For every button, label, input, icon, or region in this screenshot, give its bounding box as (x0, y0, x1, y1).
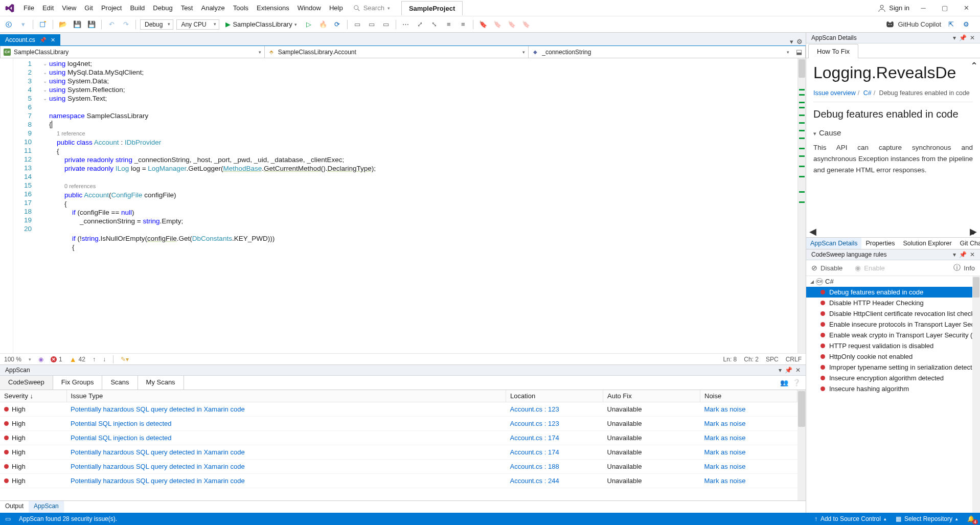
rule-item[interactable]: Disable HTTP Header Checking (806, 298, 980, 308)
result-row[interactable]: High Potentially hazardous SQL query det… (0, 474, 797, 488)
info-button[interactable]: ⓘInfo (953, 263, 975, 272)
appscan-tab-codesweep[interactable]: CodeSweep (0, 376, 53, 390)
suggestions-icon[interactable]: ◉ (38, 356, 43, 363)
config-dropdown[interactable]: Debug (140, 19, 173, 30)
platform-dropdown[interactable]: Any CPU (176, 19, 219, 30)
code-content[interactable]: using log4net;using MySql.Data.MySqlClie… (49, 58, 797, 353)
nav-class-dropdown[interactable]: ⬘ SampleClassLibrary.Account (264, 46, 529, 58)
location-link[interactable]: Account.cs : 188 (510, 463, 559, 470)
footer-tab-appscan[interactable]: AppScan (29, 501, 64, 513)
result-row[interactable]: High Potential SQL injection is detected… (0, 431, 797, 445)
menu-analyze[interactable]: Analyze (197, 2, 229, 14)
nav-back-button[interactable] (3, 19, 14, 30)
next-issue-button[interactable]: ↓ (103, 356, 106, 363)
scroll-down-icon[interactable]: ⌄ (806, 226, 980, 237)
tab-gear-icon[interactable]: ⚙ (796, 38, 803, 45)
details-pin-icon[interactable]: 📌 (959, 34, 967, 41)
issue-link[interactable]: Potentially hazardous SQL query detected… (71, 463, 245, 470)
persona-icon[interactable]: 👥 (780, 379, 788, 386)
footer-tab-output[interactable]: Output (0, 501, 29, 513)
menu-window[interactable]: Window (293, 2, 325, 14)
appscan-results-grid[interactable]: Severity ↓Issue TypeLocationAuto FixNois… (0, 390, 797, 500)
menu-view[interactable]: View (58, 2, 80, 14)
project-tab[interactable]: SampleProject (401, 1, 463, 15)
panel-close-icon[interactable]: ✕ (795, 367, 801, 374)
issue-link[interactable]: Potentially hazardous SQL query detected… (71, 448, 245, 456)
right-tab-appscan-details[interactable]: AppScan Details (806, 238, 861, 249)
panel-pin-icon[interactable]: 📌 (785, 367, 792, 374)
rules-close-icon[interactable]: ✕ (970, 251, 975, 258)
noise-link[interactable]: Mark as noise (704, 405, 746, 413)
location-link[interactable]: Account.cs : 244 (510, 477, 559, 485)
highlight-icon[interactable]: ✎▾ (121, 356, 129, 363)
rule-item[interactable]: Enable insecure protocols in Transport L… (806, 319, 980, 330)
location-link[interactable]: Account.cs : 123 (510, 420, 559, 427)
noise-link[interactable]: Mark as noise (704, 477, 746, 485)
bookmark-button[interactable]: 🔖 (477, 19, 489, 30)
details-how-tab[interactable]: How To Fix (806, 43, 980, 58)
issue-link[interactable]: Potential SQL injection is detected (71, 434, 172, 442)
pin-icon[interactable]: 📌 (39, 37, 47, 43)
menu-debug[interactable]: Debug (149, 2, 176, 14)
help-icon[interactable]: ❔ (792, 379, 801, 386)
editor-scrollbar[interactable] (797, 58, 806, 353)
result-row[interactable]: High Potential SQL injection is detected… (0, 417, 797, 431)
refresh-button[interactable]: ⟳ (332, 19, 343, 30)
open-button[interactable]: 📂 (57, 19, 69, 30)
right-tab-properties[interactable]: Properties (861, 238, 899, 249)
share-button[interactable]: ⇱ (945, 19, 956, 30)
rule-item[interactable]: Debug features enabled in code (806, 287, 980, 298)
eol-mode[interactable]: CRLF (786, 356, 802, 363)
col-noise[interactable]: Noise (700, 390, 797, 402)
rule-item[interactable]: HttpOnly cookie not enabled (806, 351, 980, 362)
nav-member-dropdown[interactable]: ◆ _connectionString (528, 46, 792, 58)
tab-overflow-icon[interactable]: ▾ (790, 38, 793, 45)
scroll-up-icon[interactable]: ⌃ (970, 60, 978, 72)
code-editor[interactable]: 1234567891011121314151617181920 ⌄⌄⌄⌄⌄ us… (0, 58, 806, 353)
error-count[interactable]: ✕1 (51, 356, 62, 363)
split-view-button[interactable]: ⬓ (792, 46, 806, 58)
issue-link[interactable]: Potentially hazardous SQL query detected… (71, 405, 245, 413)
issue-link[interactable]: Potentially hazardous SQL query detected… (71, 477, 245, 485)
copilot-button[interactable]: GitHub Copilot (885, 20, 941, 29)
tb-icon-8[interactable]: ≡ (458, 19, 469, 30)
col-location[interactable]: Location (506, 390, 603, 402)
fold-column[interactable]: ⌄⌄⌄⌄⌄ (41, 58, 49, 353)
save-button[interactable]: 💾 (72, 19, 83, 30)
hotreload-button[interactable]: 🔥 (317, 19, 329, 30)
location-link[interactable]: Account.cs : 123 (510, 405, 559, 413)
bookmark-next[interactable]: 🔖 (506, 19, 517, 30)
undo-button[interactable]: ↶ (106, 19, 117, 30)
noise-link[interactable]: Mark as noise (704, 420, 746, 427)
menu-tools[interactable]: Tools (229, 2, 253, 14)
nav-project-dropdown[interactable]: C# SampleClassLibrary (0, 46, 264, 58)
tb-icon-4[interactable]: ⋯ (400, 19, 412, 30)
noise-link[interactable]: Mark as noise (704, 448, 746, 456)
menu-extensions[interactable]: Extensions (253, 2, 293, 14)
start-debug-button[interactable]: ▶ SampleClassLibrary ▾ (222, 19, 300, 29)
menu-file[interactable]: File (19, 2, 38, 14)
rules-scrollbar[interactable] (972, 276, 980, 513)
tb-icon-3[interactable]: ▭ (380, 19, 392, 30)
tb-icon-6[interactable]: ⤡ (429, 19, 440, 30)
start-no-debug-button[interactable]: ▷ (303, 19, 314, 30)
notifications-button[interactable]: 🔔4 (967, 515, 975, 522)
right-tab-git-changes[interactable]: Git Changes (956, 238, 980, 249)
menu-git[interactable]: Git (80, 2, 97, 14)
menu-build[interactable]: Build (126, 2, 149, 14)
col-issue[interactable]: Issue Type (66, 390, 506, 402)
bookmark-clear[interactable]: 🔖 (520, 19, 532, 30)
details-close-icon[interactable]: ✕ (970, 34, 975, 41)
menu-edit[interactable]: Edit (38, 2, 58, 14)
right-tab-solution-explorer[interactable]: Solution Explorer (899, 238, 955, 249)
issue-link[interactable]: Potential SQL injection is detected (71, 420, 172, 427)
rules-dropdown-icon[interactable]: ▾ (953, 251, 956, 258)
location-link[interactable]: Account.cs : 174 (510, 434, 559, 442)
results-scrollbar[interactable] (797, 390, 806, 500)
result-row[interactable]: High Potentially hazardous SQL query det… (0, 402, 797, 417)
select-repository[interactable]: ▦Select Repository▴ (896, 515, 958, 522)
bookmark-prev[interactable]: 🔖 (492, 19, 503, 30)
location-link[interactable]: Account.cs : 174 (510, 448, 559, 456)
rules-pin-icon[interactable]: 📌 (959, 251, 967, 258)
prev-issue-button[interactable]: ↑ (93, 356, 96, 363)
